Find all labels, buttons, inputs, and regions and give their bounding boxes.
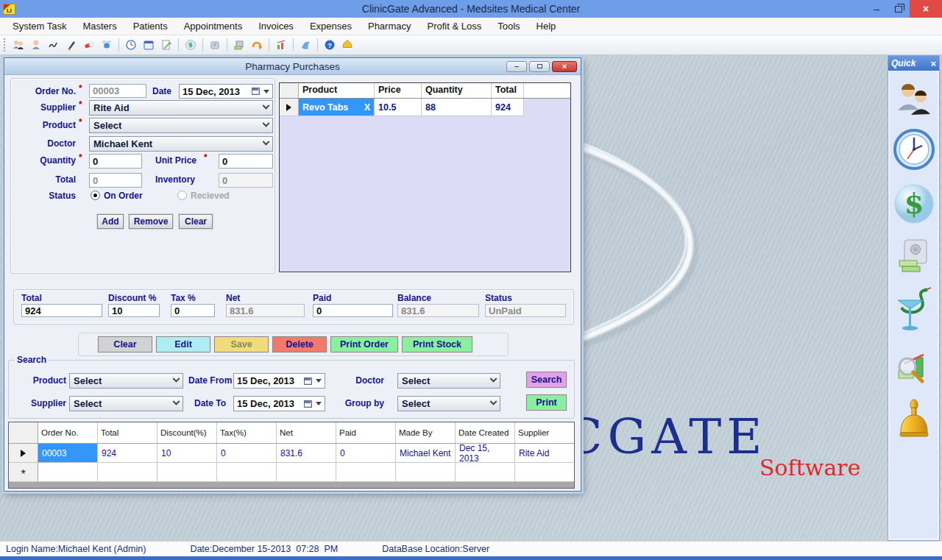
clear-line-button[interactable]: Clear [179, 214, 213, 229]
row-selector[interactable] [280, 99, 299, 116]
total-cell[interactable]: 924 [98, 444, 157, 463]
col-made-by[interactable]: Made By [396, 422, 456, 443]
col-date-created[interactable]: Date Created [456, 422, 515, 443]
dropdown-arrow-icon[interactable] [263, 90, 269, 93]
bell-icon[interactable] [895, 399, 933, 444]
date-from-picker[interactable]: 15 Dec, 2013 [233, 373, 325, 389]
paid-field[interactable]: 0 [313, 304, 393, 317]
reports-chart-icon[interactable] [273, 37, 289, 53]
calendar-icon[interactable] [141, 37, 157, 53]
remove-item-x[interactable]: X [364, 102, 370, 113]
dialog-maximize-button[interactable] [529, 61, 550, 72]
window-restore-button[interactable] [888, 0, 910, 18]
stock-box-icon[interactable] [207, 37, 223, 53]
doctor-icon[interactable] [28, 37, 44, 53]
date-created-cell[interactable]: Dec 15, 2013 [456, 444, 515, 463]
pen-icon[interactable] [63, 37, 79, 53]
item-price-cell[interactable]: 10.5 [375, 99, 422, 116]
group-by-combobox[interactable]: Select [397, 396, 500, 411]
empty-cell[interactable] [396, 463, 456, 482]
total-field[interactable]: 924 [21, 304, 102, 317]
made-by-cell[interactable]: Michael Kent [396, 444, 456, 463]
patients-icon[interactable] [895, 79, 933, 116]
discount-field[interactable]: 10 [108, 304, 160, 317]
menu-expenses[interactable]: Expenses [302, 18, 360, 35]
date-to-picker[interactable]: 15 Dec, 2013 [233, 396, 325, 411]
menu-invoices[interactable]: Invoices [250, 18, 302, 35]
pharmacy-icon[interactable] [895, 286, 933, 340]
menu-help[interactable]: Help [528, 18, 564, 35]
calendar-icon[interactable] [252, 88, 260, 95]
menu-profit-loss[interactable]: Profit & Loss [419, 18, 490, 35]
patients-icon[interactable] [10, 37, 26, 53]
orders-grid-new-row[interactable]: * [9, 463, 574, 482]
refund-arrow-icon[interactable] [249, 37, 265, 53]
item-product-cell[interactable]: Revo Tabs X [299, 99, 375, 116]
paid-cell[interactable]: 0 [336, 444, 396, 463]
empty-cell[interactable] [336, 463, 396, 482]
quick-panel-close-icon[interactable]: × [930, 58, 936, 69]
dialog-close-button[interactable]: × [552, 61, 577, 72]
remove-button[interactable]: Remove [129, 214, 173, 229]
col-total[interactable]: Total [492, 83, 524, 98]
order-no-field[interactable]: 00003 [89, 84, 146, 98]
print-stock-button[interactable]: Print Stock [402, 336, 472, 352]
product-combobox[interactable]: Select [89, 118, 273, 133]
unit-price-field[interactable]: 0 [219, 154, 273, 169]
col-total[interactable]: Total [98, 422, 157, 443]
dialog-titlebar[interactable]: Pharmacy Purchases – × [4, 58, 581, 75]
row-selector[interactable] [9, 444, 38, 463]
empty-cell[interactable] [98, 463, 157, 482]
bell-icon[interactable] [339, 37, 355, 53]
supplier-combobox[interactable]: Rite Aid [89, 100, 273, 116]
empty-cell[interactable] [38, 463, 98, 482]
help-icon[interactable]: ? [322, 37, 338, 53]
on-order-radio[interactable] [91, 191, 100, 200]
dialog-minimize-button[interactable]: – [506, 61, 527, 72]
window-close-button[interactable]: × [910, 0, 942, 18]
calendar-icon[interactable] [304, 378, 312, 385]
col-quantity[interactable]: Quantity [422, 83, 492, 98]
reminder-bird-icon[interactable] [297, 37, 314, 53]
on-order-radio-label[interactable]: On Order [104, 191, 143, 201]
empty-cell[interactable] [515, 463, 575, 482]
invoice-icon[interactable] [158, 37, 174, 53]
search-button[interactable]: Search [526, 372, 567, 388]
menu-masters[interactable]: Masters [74, 18, 124, 35]
date-picker[interactable]: 15 Dec, 2013 [179, 84, 273, 99]
calendar-icon[interactable] [304, 400, 312, 408]
search-doctor-combobox[interactable]: Select [397, 373, 500, 389]
search-product-combobox[interactable]: Select [69, 373, 183, 389]
item-total-cell[interactable]: 924 [492, 99, 524, 116]
window-minimize-button[interactable]: – [865, 0, 888, 18]
doctor-combobox[interactable]: Michael Kent [89, 136, 273, 152]
new-row-selector[interactable]: * [9, 463, 38, 482]
empty-cell[interactable] [456, 463, 515, 482]
orders-grid-row[interactable]: 00003 924 10 0 831.6 0 Michael Kent Dec … [9, 444, 574, 463]
clock-icon[interactable] [123, 37, 139, 53]
order-no-cell[interactable]: 00003 [38, 444, 98, 463]
discount-cell[interactable]: 10 [157, 444, 217, 463]
analysis-icon[interactable] [894, 352, 934, 387]
dropdown-arrow-icon[interactable] [316, 402, 322, 405]
expenses-safe-icon[interactable] [231, 37, 247, 53]
menu-pharmacy[interactable]: Pharmacy [360, 18, 419, 35]
prescription-icon[interactable] [46, 37, 62, 53]
col-discount[interactable]: Discount(%) [157, 422, 217, 443]
item-quantity-cell[interactable]: 88 [422, 99, 492, 116]
col-product[interactable]: Product [299, 83, 375, 98]
edit-button[interactable]: Edit [156, 336, 210, 352]
tax-field[interactable]: 0 [171, 304, 215, 317]
menu-appointments[interactable]: Appointments [176, 18, 251, 35]
cash-safe-icon[interactable] [896, 237, 932, 274]
payments-icon[interactable]: $ [183, 37, 199, 53]
delete-button[interactable]: Delete [272, 336, 327, 352]
save-button[interactable]: Save [214, 336, 269, 352]
dropdown-arrow-icon[interactable] [316, 379, 322, 383]
add-button[interactable]: Add [97, 214, 124, 229]
empty-cell[interactable] [277, 463, 336, 482]
clear-button[interactable]: Clear [98, 336, 152, 352]
print-button[interactable]: Print [526, 394, 567, 411]
procedures-icon[interactable] [99, 37, 115, 53]
col-supplier[interactable]: Supplier [515, 422, 575, 443]
